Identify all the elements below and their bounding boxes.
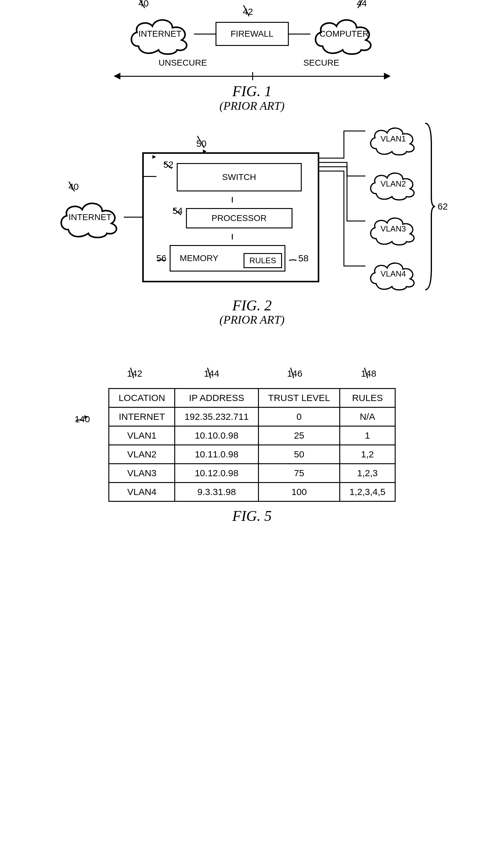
internet-cloud: INTERNET [56,196,124,239]
memory-box: MEMORY RULES [170,245,285,272]
ref-148-text: 148 [361,368,376,379]
table-cell: 1,2 [340,445,395,464]
fig2-caption-main: FIG. 2 [219,297,285,314]
computer-cloud: COMPUTER [310,12,378,55]
table-header-cell: RULES [340,389,395,408]
ref-42-text: 42 [242,6,253,17]
ref-148: 148 [361,368,376,379]
table-cell: 100 [258,483,340,501]
connector-line [232,197,233,203]
switch-row: 52 SWITCH [163,163,301,191]
ref-40-text: 40 [139,0,149,8]
table-row: VLAN49.3.31.981001,2,3,4,5 [109,483,395,501]
table-cell: VLAN4 [109,483,175,501]
vlan1-cloud: VLAN1 [365,122,421,156]
ref-58-text: 58 [298,253,308,263]
fig5-caption: FIG. 5 [232,508,272,524]
fig2-row: 40 INTERNET 50 52 [56,140,448,294]
arrow-right-icon [384,73,391,80]
table-cell: 1,2,3,4,5 [340,483,395,501]
firewall-label: FIREWALL [231,29,273,39]
fig1-caption-sub: (PRIOR ART) [219,100,285,113]
ref-40-b: 40 [68,182,78,192]
security-axis [114,71,391,81]
firewall-block: 50 52 SWITCH 5 [142,152,319,282]
switch-box: SWITCH [177,163,302,191]
fig2-caption: FIG. 2 (PRIOR ART) [219,297,285,327]
figure-5: 142 144 146 148 140 [108,388,396,524]
table-header-cell: LOCATION [109,389,175,408]
ref-62-text: 62 [437,201,448,212]
vlan-brace-group: 62 [423,120,448,293]
ref-52: 52 [163,159,173,170]
ref-40-b-text: 40 [68,182,78,192]
processor-row: 54 PROCESSOR [173,208,292,228]
vlan4-cloud: VLAN4 [365,257,421,291]
connector-line [289,34,310,35]
computer-label: COMPUTER [319,29,368,39]
ref-142-text: 142 [127,368,142,379]
ref-50-text: 50 [196,138,206,149]
internet-cloud: INTERNET [126,12,194,55]
axis-tick [252,72,253,80]
fig1-caption: FIG. 1 (PRIOR ART) [219,83,285,113]
firewall-box: FIREWALL [216,22,289,46]
table-row: VLAN110.10.0.98251 [109,426,395,445]
switch-vlan-connectors [319,122,365,294]
internet-label: INTERNET [139,29,182,39]
vlan3-label: VLAN3 [380,224,406,234]
memory-row: 56 MEMORY RULES 58 [156,245,308,272]
table-header-row: LOCATIONIP ADDRESSTRUST LEVELRULES [109,389,395,408]
fig5-caption-main: FIG. 5 [232,508,272,524]
table-cell: 0 [258,408,340,426]
rules-box: RULES [244,253,282,268]
table-cell: 50 [258,445,340,464]
memory-label: MEMORY [180,253,219,263]
vlan4-label: VLAN4 [380,269,406,279]
vlan-column: VLAN1 VLAN2 VLAN3 VLAN4 [365,122,421,291]
processor-label: PROCESSOR [212,213,267,223]
ref-44: 44 [357,0,367,8]
table-cell: N/A [340,408,395,426]
figure-1: 40 INTERNET 42 FIREWALL [114,12,391,113]
connector-line [124,217,142,218]
table-wrap: 142 144 146 148 140 [108,388,396,502]
unsecure-label: UNSECURE [114,58,252,68]
connector-line [143,176,157,177]
table-cell: 75 [258,464,340,483]
table-header-cell: IP ADDRESS [175,389,258,408]
table-cell: 192.35.232.711 [175,408,258,426]
table-cell: 10.10.0.98 [175,426,258,445]
table-row: VLAN310.12.0.98751,2,3 [109,464,395,483]
internet-node: 40 INTERNET [56,196,124,239]
ref-42: 42 [242,6,253,17]
security-labels: UNSECURE SECURE [114,58,391,68]
ref-56: 56 [156,253,166,263]
ref-44-text: 44 [357,0,367,8]
ref-142: 142 [127,368,142,379]
table-cell: 1 [340,426,395,445]
switch-label: SWITCH [222,172,256,182]
connector-line [194,34,216,35]
table-cell: 10.12.0.98 [175,464,258,483]
processor-box: PROCESSOR [186,208,292,228]
table-cell: VLAN2 [109,445,175,464]
vlan2-label: VLAN2 [380,179,406,189]
ref-54: 54 [173,206,183,216]
fig2-caption-sub: (PRIOR ART) [219,313,285,326]
connector-line [232,234,233,240]
ref-144: 144 [204,368,219,379]
ref-40: 40 [139,0,149,8]
table-header-cell: TRUST LEVEL [258,389,340,408]
ref-52-text: 52 [163,159,173,170]
ref-146-text: 146 [287,368,302,379]
fig1-row: 40 INTERNET 42 FIREWALL [126,12,378,55]
vlan1-label: VLAN1 [380,134,406,144]
computer-node: 44 COMPUTER [310,12,378,55]
internet-label: INTERNET [68,212,111,222]
fig5-table: LOCATIONIP ADDRESSTRUST LEVELRULES INTER… [108,388,396,502]
table-cell: VLAN3 [109,464,175,483]
page: 40 INTERNET 42 FIREWALL [6,12,498,524]
firewall-node: 42 FIREWALL [216,22,289,46]
ref-140: 140 [74,414,90,425]
